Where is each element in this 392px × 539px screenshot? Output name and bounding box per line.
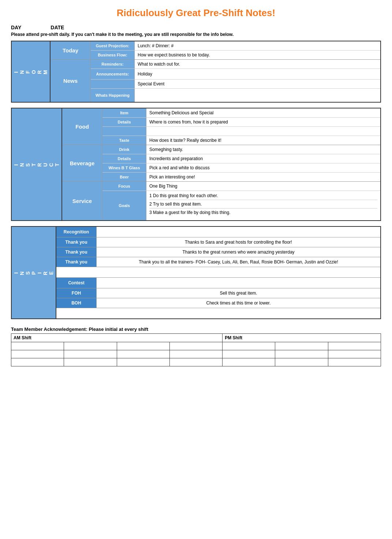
team-cell	[11, 358, 64, 366]
guest-projection-label: Guest Projection:	[91, 41, 135, 50]
news-label: News	[51, 60, 91, 102]
team-cell	[223, 342, 275, 350]
service-label: Service	[62, 182, 102, 220]
team-cell	[275, 342, 328, 350]
guest-projection-value: Lunch: # Dinner: #	[135, 41, 380, 50]
table-row: Details Where is comes from, how it is p…	[102, 118, 380, 127]
table-row: Whats Happening	[91, 89, 380, 102]
whats-happening-value	[135, 89, 380, 102]
contest-label: Contest	[56, 278, 97, 288]
food-details-value: Where is comes from, how it is prepared	[146, 118, 380, 126]
beverage-block: Beverage Drink Someghing tasty. Details …	[62, 145, 380, 182]
table-row: Item Something Delicious and Special	[102, 108, 380, 118]
drink-value: Someghing tasty.	[146, 145, 380, 154]
thankyou1-label: Thank you	[56, 237, 97, 247]
table-row: Business Flow: How we expect business to…	[91, 51, 380, 59]
team-cell	[169, 342, 222, 350]
table-row: Details Incredients and preparation	[102, 154, 380, 163]
reminders-value: What to watch out for.	[135, 60, 380, 69]
wines-label: Wines B T Glass	[102, 163, 146, 172]
contest-block: Contest	[56, 278, 380, 288]
team-cell	[328, 342, 381, 350]
instruct-content: Food Item Something Delicious and Specia…	[61, 108, 380, 220]
inform-section: INFORM Today Guest Projection: Lunch: # …	[11, 41, 381, 103]
team-cell	[169, 358, 222, 366]
foh-value: Sell this great item.	[97, 288, 380, 298]
boh-block: BOH Check times at this time or lower.	[56, 298, 380, 308]
boh-value: Check times at this time or lower.	[97, 298, 380, 308]
bev-details-value: Incredients and preparation	[146, 154, 380, 163]
team-title: Team Member Acknowledgement: Please init…	[11, 326, 381, 332]
team-row	[11, 350, 381, 358]
team-row	[11, 358, 381, 366]
goal-1: 1 Do this great thing for each other.	[149, 193, 377, 200]
today-label: Today	[51, 41, 91, 59]
table-row: Reminders: What to watch out for.	[91, 60, 380, 69]
team-cell	[223, 350, 275, 358]
attendance-note: Please attend pre-shift daily. If you ca…	[11, 32, 381, 37]
focus-label: Focus	[102, 182, 146, 191]
news-block: News Reminders: What to watch out for. A…	[51, 60, 380, 102]
table-row: Goals 1 Do this great thing for each oth…	[102, 191, 380, 220]
beverage-label: Beverage	[62, 145, 102, 181]
inspire-section: INSPIRE Recognition Thank you Thanks to …	[11, 226, 381, 319]
goal-3: 3 Make a guest for life by doing this th…	[149, 210, 377, 215]
announcements-special: Special Event	[135, 80, 380, 88]
team-cell	[64, 350, 117, 358]
table-row: Focus One Big Thing	[102, 182, 380, 191]
team-cell	[169, 350, 222, 358]
foh-label: FOH	[56, 288, 97, 298]
announcements-label: Announcements:	[91, 69, 135, 79]
thankyou3-label: Thank you	[56, 257, 97, 267]
goal-2: 2 Try to sell this great item.	[149, 202, 377, 208]
food-taste-label: Taste	[102, 136, 146, 145]
team-cell	[328, 350, 381, 358]
instruct-label: INSTRUCT	[12, 108, 61, 220]
recognition-block: Recognition	[56, 227, 380, 237]
inspire-empty-value	[56, 267, 380, 277]
business-flow-label: Business Flow:	[91, 51, 135, 59]
table-row: Announcements: Holiday Special Event	[91, 69, 380, 89]
focus-value: One Big Thing	[146, 182, 380, 191]
team-header-row: AM Shift PM Shift	[11, 334, 381, 342]
table-row: Taste How does it taste? Really describe…	[102, 136, 380, 145]
pm-shift-header: PM Shift	[223, 334, 381, 342]
team-cell	[117, 358, 169, 366]
inspire-empty-block	[56, 267, 380, 278]
today-block: Today Guest Projection: Lunch: # Dinner:…	[51, 41, 380, 60]
food-details-label: Details	[102, 118, 146, 126]
table-row: Drink Someghing tasty.	[102, 145, 380, 154]
thankyou2-block: Thank you Thanks to the great runners wh…	[56, 247, 380, 257]
thankyou1-block: Thank you Thanks to Sara and great hosts…	[56, 237, 380, 247]
table-row	[102, 127, 380, 136]
instruct-section: INSTRUCT Food Item Something Delicious a…	[11, 108, 381, 221]
announcements-label-2	[91, 80, 135, 88]
food-empty-label	[102, 127, 146, 136]
food-item-label: Item	[102, 108, 146, 117]
food-taste-value: How does it taste? Really describe it!	[146, 136, 380, 145]
team-cell	[11, 342, 64, 350]
am-shift-header: AM Shift	[11, 334, 223, 342]
table-row: Beer Pick an interesting one!	[102, 173, 380, 181]
contest-value	[97, 278, 380, 288]
beer-value: Pick an interesting one!	[146, 173, 380, 181]
table-row: Wines B T Glass Pick a red and white to …	[102, 163, 380, 173]
inspire-label: INSPIRE	[12, 227, 56, 318]
date-label: DATE	[51, 25, 64, 30]
team-row	[11, 342, 381, 350]
foh-block: FOH Sell this great item.	[56, 288, 380, 298]
food-label: Food	[62, 108, 102, 145]
inform-content: Today Guest Projection: Lunch: # Dinner:…	[50, 41, 380, 102]
thankyou2-label: Thank you	[56, 247, 97, 257]
food-rows: Item Something Delicious and Special Det…	[102, 108, 380, 145]
recognition-label: Recognition	[56, 227, 97, 237]
team-section: Team Member Acknowledgement: Please init…	[11, 326, 381, 366]
today-rows: Guest Projection: Lunch: # Dinner: # Bus…	[91, 41, 380, 59]
reminders-label: Reminders:	[91, 60, 135, 69]
team-cell	[64, 342, 117, 350]
page-title: Ridiculously Great Pre-Shift Notes!	[11, 7, 381, 19]
food-block: Food Item Something Delicious and Specia…	[62, 108, 380, 145]
boh-label: BOH	[56, 298, 97, 308]
inspire-empty2-value	[56, 308, 380, 318]
wines-value: Pick a red and white to discuss	[146, 163, 380, 172]
